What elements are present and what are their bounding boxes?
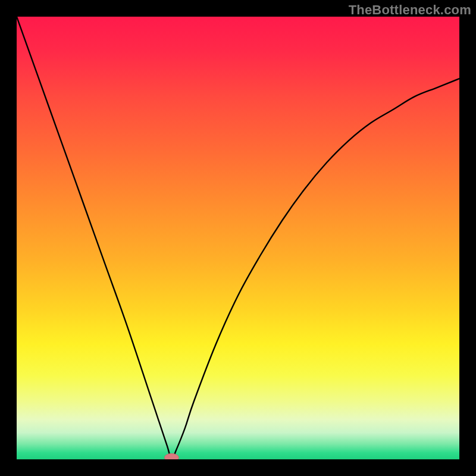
gradient-background (17, 17, 459, 459)
minimum-marker (165, 453, 179, 459)
plot-area (17, 17, 459, 459)
chart-frame: TheBottleneck.com (0, 0, 476, 476)
attribution-text: TheBottleneck.com (349, 2, 471, 18)
chart-svg (17, 17, 459, 459)
